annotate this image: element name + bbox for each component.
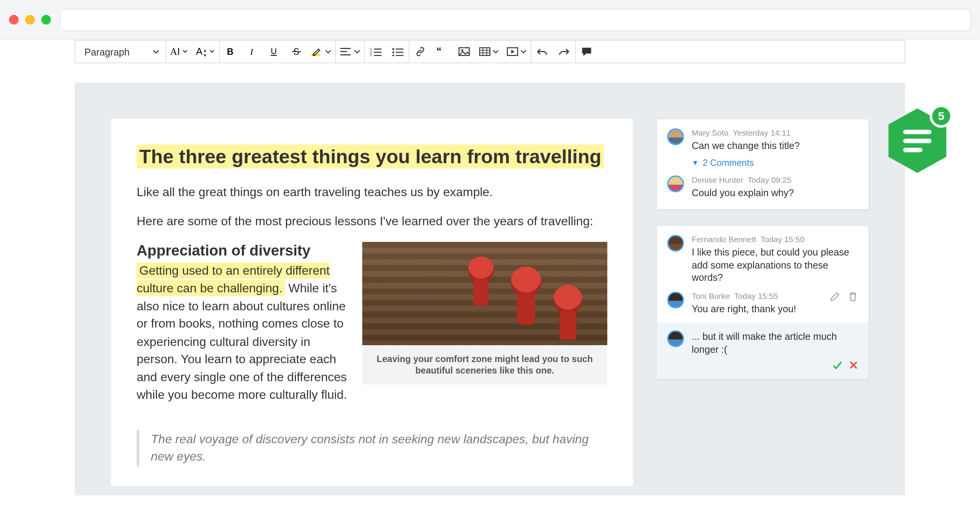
comment-meta: Fernando Bennett Today 15:50 <box>692 235 858 244</box>
block-style-label: Paragraph <box>85 46 130 57</box>
comment[interactable]: Fernando Bennett Today 15:50 I like this… <box>667 235 858 283</box>
comment-composer: ... but it will make the article much lo… <box>657 323 868 379</box>
undo-button[interactable] <box>531 41 553 62</box>
address-bar[interactable] <box>60 9 971 31</box>
triangle-down-icon: ▼ <box>692 158 699 166</box>
avatar <box>667 291 684 308</box>
maximize-window-icon[interactable] <box>41 15 51 25</box>
comment-meta: Mary Soto Yesterday 14:11 <box>692 128 858 138</box>
avatar <box>667 128 684 145</box>
svg-text:I: I <box>177 46 180 57</box>
notification-count: 5 <box>929 105 953 128</box>
document[interactable]: The three greatest things you learn from… <box>111 119 633 486</box>
toggle-replies-button[interactable]: ▼2 Comments <box>692 157 858 167</box>
comment-meta: Denise Hunter Today 09:25 <box>692 175 858 184</box>
paragraph[interactable]: Getting used to an entirely different cu… <box>137 262 348 404</box>
comment-text: I like this piece, but could you please … <box>692 246 858 284</box>
chevron-down-icon <box>493 48 499 55</box>
underline-button[interactable]: U <box>264 41 286 62</box>
avatar <box>667 175 684 192</box>
comment[interactable]: Mary Soto Yesterday 14:11 Can we change … <box>667 128 858 167</box>
figure-caption[interactable]: Leaving your comfort zone might lead you… <box>362 345 607 385</box>
svg-point-20 <box>392 51 394 53</box>
svg-text:▼: ▼ <box>203 53 207 57</box>
editor-canvas: The three greatest things you learn from… <box>75 83 905 496</box>
comment-button[interactable] <box>576 41 598 62</box>
paragraph[interactable]: Like all the great things on earth trave… <box>137 183 607 200</box>
edit-comment-button[interactable] <box>830 291 840 304</box>
chevron-down-icon <box>520 48 527 55</box>
close-window-icon[interactable] <box>9 15 19 25</box>
minimize-window-icon[interactable] <box>25 15 35 25</box>
highlight-color-button[interactable] <box>307 41 335 62</box>
bold-button[interactable]: B <box>220 41 242 62</box>
delete-comment-button[interactable] <box>848 291 858 304</box>
svg-text:“: “ <box>436 47 441 56</box>
comment[interactable]: Denise Hunter Today 09:25 Could you expl… <box>667 175 858 198</box>
block-style-select[interactable]: Paragraph <box>75 41 166 62</box>
submit-comment-button[interactable] <box>832 361 843 372</box>
blockquote-button[interactable]: “ <box>431 41 453 62</box>
svg-point-19 <box>392 48 394 50</box>
chevron-down-icon <box>153 48 159 55</box>
font-size-button[interactable]: A▲▼ <box>192 41 219 62</box>
media-embed-button[interactable] <box>503 41 531 62</box>
numbered-list-button[interactable]: 123 <box>365 41 387 62</box>
svg-point-21 <box>392 54 394 56</box>
chevron-down-icon <box>354 48 361 55</box>
traffic-lights <box>9 15 51 25</box>
comment-thread[interactable]: Fernando Bennett Today 15:50 I like this… <box>656 225 869 379</box>
image-button[interactable] <box>453 41 475 62</box>
article-image[interactable] <box>362 242 607 345</box>
browser-window: Paragraph AI A▲▼ B I U S <box>0 0 980 503</box>
redo-button[interactable] <box>553 41 575 62</box>
svg-text:I: I <box>250 47 253 57</box>
svg-text:▲: ▲ <box>203 48 207 52</box>
comment[interactable]: Toni Burke Today 15:55 You are right, th… <box>667 291 858 315</box>
monk-icon <box>468 256 494 311</box>
cancel-comment-button[interactable] <box>849 361 858 372</box>
svg-text:A: A <box>170 46 178 57</box>
paragraph[interactable]: Here are some of the most precious lesso… <box>137 212 607 230</box>
font-family-button[interactable]: AI <box>166 41 192 62</box>
monk-icon <box>511 266 542 331</box>
svg-text:A: A <box>196 46 203 57</box>
link-button[interactable] <box>409 41 431 62</box>
monk-icon <box>553 285 583 345</box>
notifications-badge[interactable]: 5 <box>889 108 947 173</box>
alignment-button[interactable] <box>336 41 364 62</box>
svg-text:U: U <box>271 46 277 56</box>
chevron-down-icon <box>325 48 332 55</box>
blockquote[interactable]: The real voyage of discovery consists no… <box>137 429 607 466</box>
table-button[interactable] <box>475 41 503 62</box>
editor-toolbar: Paragraph AI A▲▼ B I U S <box>75 40 905 63</box>
svg-text:B: B <box>227 47 234 57</box>
document-title[interactable]: The three greatest things you learn from… <box>137 144 604 168</box>
comment-input[interactable]: ... but it will make the article much lo… <box>692 330 858 356</box>
avatar <box>667 235 684 252</box>
comment-text: Can we change this title? <box>692 139 858 152</box>
comment-text: Could you explain why? <box>692 186 858 199</box>
browser-chrome <box>0 0 980 40</box>
italic-button[interactable]: I <box>242 41 264 62</box>
section-heading[interactable]: Appreciation of diversity <box>137 242 348 259</box>
strikethrough-button[interactable]: S <box>286 41 307 62</box>
bulleted-list-button[interactable] <box>387 41 408 62</box>
svg-text:3: 3 <box>370 54 372 56</box>
svg-rect-28 <box>480 48 490 56</box>
comment-thread[interactable]: Mary Soto Yesterday 14:11 Can we change … <box>656 119 869 210</box>
comments-sidebar: Mary Soto Yesterday 14:11 Can we change … <box>656 119 869 379</box>
figure[interactable]: Leaving your comfort zone might lead you… <box>362 242 607 385</box>
editor-app: Paragraph AI A▲▼ B I U S <box>0 40 980 495</box>
avatar <box>667 330 684 347</box>
